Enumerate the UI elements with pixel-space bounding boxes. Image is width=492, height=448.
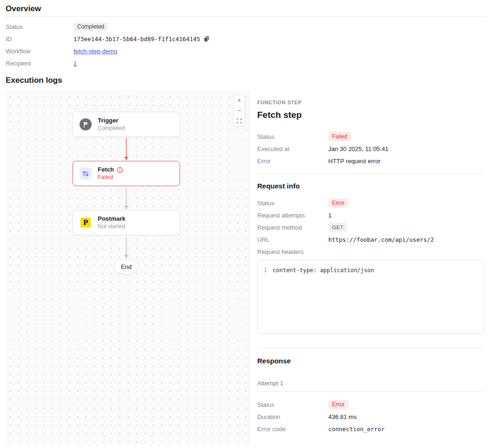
canvas-zoom-controls: + −: [233, 94, 245, 126]
request-status-label: Status: [257, 200, 328, 207]
flag-icon: [80, 118, 92, 130]
zoom-out-button[interactable]: −: [234, 105, 245, 116]
request-method-badge: GET: [328, 223, 347, 232]
request-row-status: Status Error: [257, 197, 484, 209]
node-trigger-title: Trigger: [98, 117, 125, 124]
node-trigger[interactable]: Trigger Completed: [72, 112, 180, 137]
node-postmark-status: Not started: [98, 223, 125, 230]
response-row-error-code: Error code connection_error: [257, 423, 484, 435]
step-row-error: Error HTTP request error: [257, 155, 484, 167]
step-row-status: Status Failed: [257, 130, 484, 143]
execution-logs-title: Execution logs: [6, 76, 492, 85]
swap-arrows-icon: [80, 167, 92, 180]
node-fetch-status: Failed: [98, 174, 123, 181]
overview-row-status: Status Completed: [6, 21, 486, 33]
error-icon: [117, 167, 123, 173]
edge-fetch-postmark: [123, 188, 130, 210]
postmark-icon: P: [80, 217, 91, 228]
step-title: Fetch step: [257, 110, 484, 120]
overview-row-workflow: Workflow fetch-step-demo: [6, 45, 486, 57]
error-value: HTTP request error: [328, 158, 381, 165]
request-status-badge: Error: [328, 198, 348, 208]
attempt-label: Attempt 1: [257, 378, 484, 388]
request-row-url: URL https://foobar.com/api/users/2: [257, 233, 484, 246]
node-fetch-title: Fetch: [98, 166, 114, 173]
divider: [257, 174, 484, 174]
response-row-duration: Duration 436.81 ms: [257, 411, 484, 423]
step-status-label: Status: [257, 133, 328, 140]
page-title: Overview: [6, 4, 486, 14]
request-row-method: Request method GET: [257, 221, 484, 233]
url-value: https://foobar.com/api/users/2: [328, 236, 434, 243]
node-trigger-status: Completed: [98, 125, 125, 132]
divider: [257, 391, 484, 392]
id-value: 173ee144-3b17-5b64-bd89-f1f1c4164145: [73, 36, 200, 43]
step-status-badge: Failed: [328, 132, 351, 141]
step-detail-panel: FUNCTION STEP Fetch step Status Failed E…: [249, 90, 492, 448]
error-code-label: Error code: [257, 426, 328, 433]
response-row-status: Status Error: [257, 398, 484, 411]
request-method-label: Request method: [257, 224, 328, 231]
node-postmark-title: Postmark: [98, 215, 125, 223]
request-headers-code-block: 1 content-type: application/json: [257, 260, 484, 334]
recipient-label: Recipient: [6, 60, 73, 67]
error-code-value: connection_error: [328, 426, 384, 433]
copy-icon[interactable]: [203, 36, 210, 42]
duration-label: Duration: [257, 413, 328, 420]
workflow-label: Workflow: [6, 48, 73, 55]
executed-at-label: Executed at: [257, 145, 328, 152]
code-line: 1 content-type: application/json: [258, 267, 484, 274]
fit-view-button[interactable]: [234, 116, 245, 126]
code-line-number: 1: [258, 267, 273, 274]
url-label: URL: [257, 236, 328, 243]
id-label: ID: [6, 36, 73, 43]
workflow-canvas[interactable]: Trigger Completed Fetch Failed: [5, 90, 249, 445]
node-fetch[interactable]: Fetch Failed: [72, 161, 180, 186]
request-attempts-label: Request attempts: [257, 212, 328, 219]
step-row-executed: Executed at Jan 30 2025, 11:05:41: [257, 143, 484, 155]
fit-view-icon: [237, 118, 242, 123]
executed-at-value: Jan 30 2025, 11:05:41: [328, 145, 388, 152]
request-info-heading: Request info: [257, 182, 484, 190]
duration-value: 436.81 ms: [328, 413, 357, 420]
request-headers-label: Request headers: [257, 246, 484, 258]
recipient-link[interactable]: 1: [73, 60, 77, 67]
node-end: End: [114, 259, 139, 275]
response-status-badge: Error: [328, 400, 348, 409]
response-heading: Response: [257, 357, 484, 365]
error-label: Error: [257, 158, 328, 165]
request-row-attempts: Request attempts 1: [257, 209, 484, 221]
step-type-kicker: FUNCTION STEP: [257, 100, 484, 105]
divider: [257, 348, 484, 348]
node-end-label: End: [121, 263, 131, 270]
zoom-in-button[interactable]: +: [234, 95, 245, 105]
overview-section: Overview Status Completed ID 173ee144-3b…: [0, 0, 492, 69]
code-line-content: content-type: application/json: [273, 267, 374, 274]
request-attempts-value: 1: [328, 212, 332, 219]
workflow-link[interactable]: fetch-step-demo: [73, 48, 117, 55]
overview-row-id: ID 173ee144-3b17-5b64-bd89-f1f1c4164145: [6, 33, 486, 45]
node-postmark[interactable]: P Postmark Not started: [72, 210, 180, 235]
edge-postmark-end: [123, 237, 130, 259]
status-label: Status: [6, 23, 73, 30]
response-status-label: Status: [257, 401, 328, 408]
overview-row-recipient: Recipient 1: [6, 57, 486, 69]
edge-trigger-fetch: [123, 138, 130, 161]
status-badge: Completed: [73, 22, 108, 31]
